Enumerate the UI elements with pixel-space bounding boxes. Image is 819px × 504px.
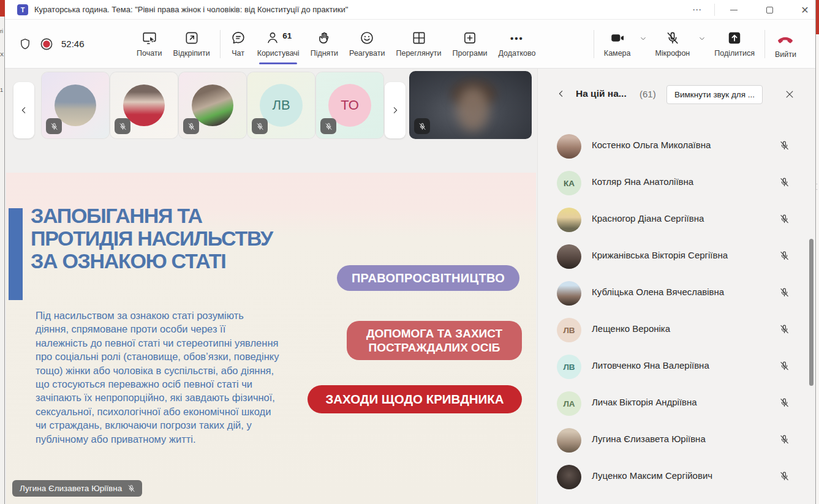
meeting-toolbar: 52:46 Почати Відкріпити Чат 61 Корис — [5, 20, 815, 69]
mic-off-icon — [255, 122, 265, 131]
participant-mic-off-icon[interactable] — [779, 250, 791, 262]
teams-meeting-window: T Кураторська година. Тема: "Рівні права… — [5, 0, 815, 504]
share-button[interactable]: Поділитися — [709, 24, 760, 64]
chat-icon — [230, 30, 246, 46]
participant-video-tile[interactable]: ТО — [316, 72, 383, 138]
panel-close-button[interactable] — [783, 88, 796, 101]
panel-back-button[interactable] — [556, 89, 568, 101]
participant-row[interactable]: Луценко Максим Сергійович — [538, 459, 816, 495]
apps-button[interactable]: Програми — [447, 24, 493, 64]
participant-row[interactable]: ЛА Личак Вікторія Андріївна — [538, 385, 816, 422]
toolbar-right-group: Камера Мікрофон Поділитися Вийти — [589, 24, 802, 64]
minimize-button[interactable] — [720, 0, 747, 20]
meeting-timer: 52:46 — [61, 39, 85, 49]
participant-mic-off-icon[interactable] — [779, 470, 791, 483]
participants-list: Костенко Ольга Миколаївна КА Котляр Яна … — [538, 128, 816, 504]
slide-badge: ПРАВОПРОСВІТНИЦТВО — [337, 265, 519, 291]
muted-badge — [252, 118, 268, 134]
avatar — [557, 134, 581, 159]
participant-mic-off-icon[interactable] — [779, 176, 791, 189]
panel-scrollbar[interactable] — [809, 239, 813, 386]
filmstrip-next-button[interactable] — [385, 82, 406, 138]
mic-off-icon — [50, 122, 59, 131]
avatar: ЛА — [557, 391, 581, 416]
start-presenting-button[interactable]: Почати — [131, 24, 168, 64]
slide-title: ЗАПОБІГАННЯ ТА ПРОТИДІЯ НАСИЛЬСТВУ ЗА ОЗ… — [31, 205, 273, 273]
camera-options-chevron[interactable] — [636, 29, 650, 48]
titlebar-divider — [714, 4, 715, 16]
participant-mic-off-icon[interactable] — [779, 397, 791, 409]
screen-share-icon — [142, 30, 157, 46]
participant-video-tile[interactable] — [110, 72, 178, 138]
muted-badge — [183, 118, 199, 134]
view-button[interactable]: Переглянути — [390, 24, 447, 64]
participant-row[interactable]: ЛВ Литовченко Яна Валеріївна — [538, 348, 816, 385]
presenter-name: Лугина Єлизавета Юріївна — [20, 484, 122, 493]
avatar: КА — [557, 171, 581, 195]
participants-panel-header: На цій на... (61) Вимкнути звук для ... — [538, 85, 816, 105]
participant-row[interactable]: Костенко Ольга Миколаївна — [538, 128, 816, 165]
window-title: Кураторська година. Тема: "Рівні права ж… — [34, 5, 348, 14]
mic-off-icon — [665, 30, 681, 46]
mic-off-icon — [118, 122, 127, 131]
participant-row[interactable]: Лугина Єлизавета Юріївна — [538, 422, 816, 459]
leave-button[interactable]: Вийти — [769, 24, 802, 64]
close-window-button[interactable]: ✕ — [791, 0, 818, 20]
more-actions-button[interactable]: ••• Додатково — [493, 24, 541, 64]
participant-mic-off-icon[interactable] — [779, 323, 791, 336]
participant-video-tile[interactable] — [179, 72, 246, 138]
toolbar-divider — [220, 30, 221, 58]
speaker-video — [457, 87, 489, 131]
participant-mic-off-icon[interactable] — [779, 213, 791, 225]
plus-square-icon — [462, 30, 478, 46]
participant-mic-off-icon[interactable] — [779, 140, 791, 152]
people-button[interactable]: 61 Користувачі — [252, 24, 305, 64]
chevron-left-icon — [19, 105, 29, 115]
participant-video-tile[interactable]: ЛВ — [247, 72, 315, 138]
avatar — [557, 465, 581, 489]
microphone-options-chevron[interactable] — [695, 29, 709, 48]
speaker-video-tile[interactable] — [409, 71, 532, 139]
participant-video-tile[interactable] — [42, 72, 109, 138]
react-button[interactable]: Реагувати — [344, 24, 390, 64]
titlebar-more-button[interactable]: ⋯ — [684, 0, 711, 20]
participant-row-partial — [538, 495, 816, 504]
mic-off-icon — [127, 484, 136, 493]
filmstrip-prev-button[interactable] — [13, 82, 34, 138]
chat-button[interactable]: Чат — [225, 24, 252, 64]
muted-badge — [414, 118, 430, 134]
participant-row[interactable]: КА Котляр Яна Анатоліївна — [538, 165, 816, 201]
camera-button[interactable]: Камера — [598, 24, 636, 64]
recording-icon — [39, 37, 54, 51]
grid-icon — [411, 30, 427, 46]
mute-all-button[interactable]: Вимкнути звук для ... — [666, 85, 763, 104]
avatar — [557, 244, 581, 269]
unpin-button[interactable]: Відкріпити — [168, 24, 216, 64]
chevron-left-icon — [556, 89, 566, 99]
maximize-button[interactable] — [756, 0, 783, 20]
muted-badge — [46, 118, 62, 134]
mic-off-icon — [418, 122, 427, 131]
mic-off-icon — [187, 122, 196, 131]
participant-mic-off-icon[interactable] — [779, 287, 791, 299]
hand-icon — [316, 30, 332, 46]
share-icon — [727, 30, 742, 46]
toolbar-divider — [594, 30, 594, 58]
toolbar-center-group: Почати Відкріпити Чат 61 Користувачі Пі — [131, 24, 541, 64]
participant-mic-off-icon[interactable] — [779, 434, 791, 446]
camera-icon — [610, 30, 625, 46]
raise-hand-button[interactable]: Підняти — [305, 24, 344, 64]
participant-row[interactable]: Кубліцька Олена Вячеславівна — [538, 275, 816, 312]
person-icon — [265, 30, 281, 46]
participant-row[interactable]: Красногор Діана Сергіївна — [538, 201, 816, 238]
participant-mic-off-icon[interactable] — [779, 360, 791, 372]
participant-count-badge: 61 — [282, 31, 292, 40]
microphone-button[interactable]: Мікрофон — [650, 24, 696, 64]
participant-row[interactable]: Крижанівська Вікторія Сергіївна — [538, 238, 816, 275]
shared-presentation-slide: ЗАПОБІГАННЯ ТА ПРОТИДІЯ НАСИЛЬСТВУ ЗА ОЗ… — [6, 173, 536, 504]
phone-down-icon — [776, 29, 794, 47]
title-bar: T Кураторська година. Тема: "Рівні права… — [5, 0, 815, 20]
participant-row[interactable]: ЛВ Лещенко Вероніка — [538, 312, 816, 348]
mic-off-icon — [324, 122, 333, 131]
meeting-status-group: 52:46 — [18, 37, 116, 51]
